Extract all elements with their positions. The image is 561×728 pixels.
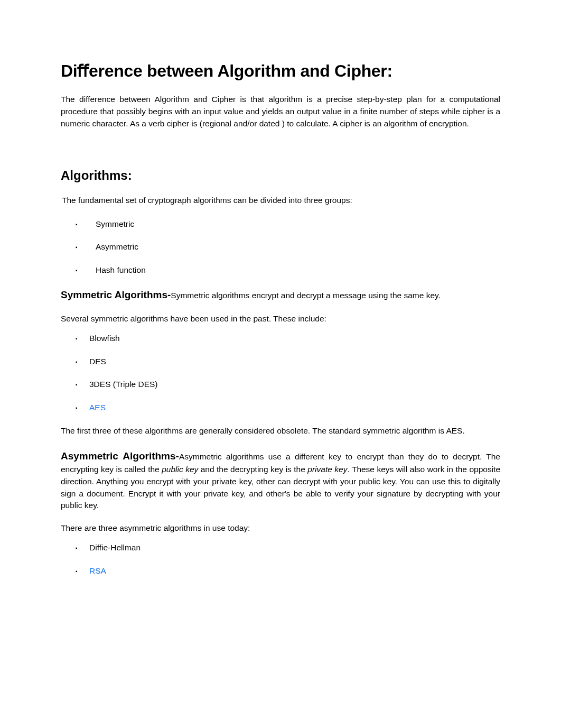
symmetric-note: The first three of these algorithms are … — [61, 425, 500, 437]
symmetric-list: Blowfish DES 3DES (Triple DES) AES — [61, 333, 500, 413]
asymmetric-section: Asymmetric Algorithms-Asymmetric algorit… — [61, 449, 500, 512]
private-key-term: private key — [307, 465, 347, 474]
intro-paragraph: The difference between Algorithm and Cip… — [61, 94, 500, 130]
asymmetric-heading: Asymmetric Algorithms- — [61, 450, 179, 462]
list-item: RSA — [61, 565, 500, 577]
symmetric-heading: Symmetric Algorithms- — [61, 289, 171, 300]
page-title: Diﬀerence between Algorithm and Cipher: — [61, 61, 500, 81]
list-item: DES — [61, 356, 500, 367]
public-key-term: public key — [162, 465, 198, 474]
algorithm-groups-list: Symmetric Asymmetric Hash function — [61, 218, 500, 276]
list-item: Hash function — [61, 264, 500, 276]
list-item: AES — [61, 402, 500, 413]
asymmetric-desc-2: and the decrypting key is the — [198, 465, 307, 474]
asymmetric-list: Diffie-Hellman RSA — [61, 542, 500, 576]
list-item: Diffie-Hellman — [61, 542, 500, 554]
aes-link[interactable]: AES — [89, 403, 106, 412]
rsa-link[interactable]: RSA — [89, 566, 106, 575]
list-item: 3DES (Triple DES) — [61, 379, 500, 390]
symmetric-section: Symmetric Algorithms-Symmetric algorithm… — [61, 288, 500, 302]
symmetric-desc: Symmetric algorithms encrypt and decrypt… — [171, 291, 441, 300]
asymmetric-today-intro: There are three asymmetric algorithms in… — [61, 522, 500, 535]
list-item: Symmetric — [61, 218, 500, 230]
symmetric-past-intro: Several symmetric algorithms have been u… — [61, 313, 500, 325]
list-item: Asymmetric — [61, 241, 500, 253]
algorithms-intro: The fundamental set of cryptograph algor… — [62, 195, 500, 207]
algorithms-heading: Algorithms: — [61, 168, 500, 183]
list-item: Blowfish — [61, 333, 500, 344]
